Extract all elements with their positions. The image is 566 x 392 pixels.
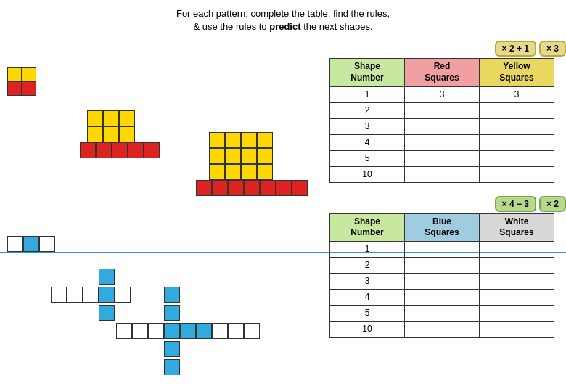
formula-row-top: × 2 + 1 × 3 [329,41,566,57]
formula2-badge: × 3 [539,41,566,57]
cell: 5 [330,305,405,321]
cell [480,241,554,257]
table-row: 4 [330,134,554,150]
table-row: 1 [330,241,554,257]
bot-table-body: 1234510 [330,241,554,337]
top-table-wrap: × 2 + 1 × 3 ShapeNumber RedSquares Yello… [329,41,566,182]
cell [480,118,554,134]
cell: 4 [330,134,405,150]
col-blue: BlueSquares [405,213,480,241]
cell [480,166,554,182]
header: For each pattern, complete the table, fi… [0,0,566,38]
cell: 10 [330,166,405,182]
table-row: 2 [330,102,554,118]
shapes-area [0,38,327,392]
tables-area: × 2 + 1 × 3 ShapeNumber RedSquares Yello… [327,38,566,392]
bot-table: ShapeNumber BlueSquares WhiteSquares 123… [329,213,554,338]
shape-b1 [7,236,55,254]
cell [405,289,480,305]
table-row: 10 [330,166,554,182]
shape2 [80,110,160,160]
formula3-badge: × 4 − 3 [495,196,536,212]
header-predict: predict [269,21,300,32]
cell: 1 [330,241,405,257]
cell: 1 [330,86,405,102]
header-line2a: & use the rules to [193,21,269,32]
header-line1: For each pattern, complete the table, fi… [176,8,390,19]
cell: 3 [480,86,554,102]
shape3 [196,132,308,198]
formula-row-bot: × 4 − 3 × 2 [329,196,566,212]
cell [480,321,554,337]
top-table-body: 133234510 [330,86,554,182]
col-yellow: YellowSquares [480,59,554,86]
col-shape-bot: ShapeNumber [330,213,405,241]
cell [405,150,480,166]
cell: 2 [330,102,405,118]
top-shapes [0,38,327,223]
cell [480,289,554,305]
cell: 3 [405,86,480,102]
cell [405,273,480,289]
header-line2b: the next shapes. [301,21,373,32]
top-table: ShapeNumber RedSquares YellowSquares 133… [329,58,554,182]
cell: 2 [330,257,405,273]
shape-b3 [116,287,260,377]
cell [405,305,480,321]
cell [480,273,554,289]
cell [405,134,480,150]
formula4-badge: × 2 [539,196,566,212]
cell [405,241,480,257]
col-red: RedSquares [405,59,480,86]
cell [405,166,480,182]
table-row: 2 [330,257,554,273]
table-row: 133 [330,86,554,102]
cell [480,150,554,166]
formula1-badge: × 2 + 1 [495,41,536,57]
cell: 5 [330,150,405,166]
bottom-shapes [0,229,327,392]
cell [480,102,554,118]
cell [480,134,554,150]
cell [405,257,480,273]
cell [405,102,480,118]
table-row: 5 [330,305,554,321]
cell [480,305,554,321]
shape1 [7,67,36,96]
col-shape-top: ShapeNumber [330,59,405,86]
cell [480,257,554,273]
table-row: 5 [330,150,554,166]
table-row: 3 [330,273,554,289]
cell: 3 [330,118,405,134]
cell: 4 [330,289,405,305]
cell: 3 [330,273,405,289]
cell [405,118,480,134]
cell: 10 [330,321,405,337]
bot-table-wrap: × 4 − 3 × 2 ShapeNumber BlueSquares Whit… [329,196,566,338]
col-white: WhiteSquares [480,213,554,241]
cell [405,321,480,337]
table-row: 10 [330,321,554,337]
table-row: 4 [330,289,554,305]
table-row: 3 [330,118,554,134]
